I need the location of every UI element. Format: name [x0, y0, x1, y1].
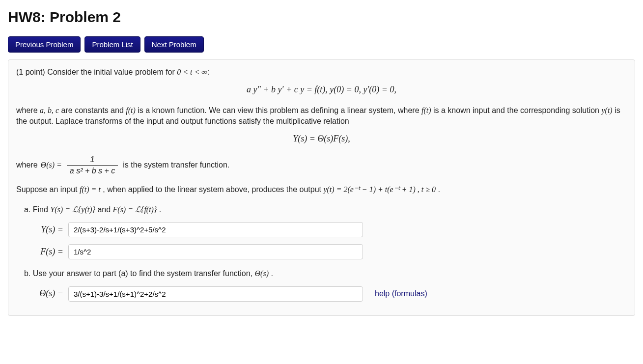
points-text: (1 point) Consider the initial value pro… [16, 68, 177, 76]
answer-row-F: F(s) = [31, 244, 627, 259]
part-b-label: b. Use your answer to part (a) to find t… [24, 268, 627, 279]
relation-equation: Y(s) = Θ(s)F(s), [16, 133, 627, 145]
description-paragraph: where a, b, c are constants and f(t) is … [16, 105, 627, 127]
page-title: HW8: Problem 2 [8, 7, 635, 28]
ode-equation: a y″ + b y′ + c y = f(t), y(0) = 0, y′(0… [16, 84, 627, 96]
transfer-function-definition: where Θ(s) = 1 a s² + b s + c is the sys… [16, 154, 627, 177]
interval-math: 0 < t < ∞ [177, 68, 207, 76]
intro-colon: : [207, 68, 209, 76]
help-formulas-link[interactable]: help (formulas) [375, 288, 427, 299]
Theta-input[interactable] [68, 286, 363, 302]
nav-buttons: Previous Problem Problem List Next Probl… [8, 36, 635, 53]
answer-row-Y: Y(s) = [31, 222, 627, 237]
intro-line: (1 point) Consider the initial value pro… [16, 67, 627, 78]
F-label: F(s) = [31, 246, 63, 258]
transfer-fraction: 1 a s² + b s + c [67, 154, 118, 177]
Theta-label: Θ(s) = [31, 287, 63, 300]
F-input[interactable] [68, 244, 363, 259]
suppose-line: Suppose an input f(t) = t , when applied… [16, 184, 627, 195]
part-a-label: a. Find Y(s) = ℒ{y(t)} and F(s) = ℒ{f(t)… [24, 204, 627, 215]
Y-input[interactable] [68, 222, 363, 237]
answer-row-Theta: Θ(s) = help (formulas) [31, 286, 627, 302]
next-problem-button[interactable]: Next Problem [144, 36, 204, 53]
problem-panel: (1 point) Consider the initial value pro… [8, 59, 635, 316]
previous-problem-button[interactable]: Previous Problem [8, 36, 81, 53]
Y-label: Y(s) = [31, 224, 63, 236]
problem-list-button[interactable]: Problem List [84, 36, 140, 53]
